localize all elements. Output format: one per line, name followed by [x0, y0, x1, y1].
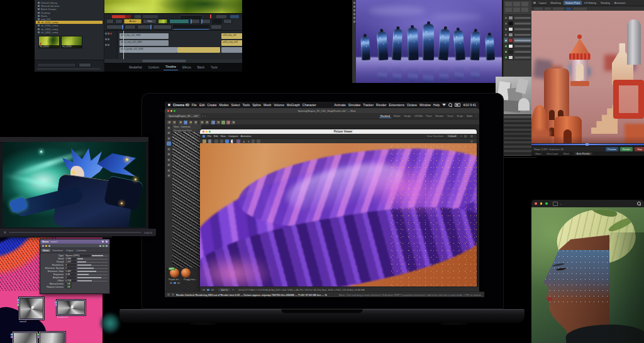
home-icon[interactable] [45, 245, 47, 247]
value-field[interactable] [212, 19, 222, 24]
compare-a-button[interactable]: A [242, 140, 247, 143]
tool-button[interactable] [125, 24, 136, 30]
compare-split-icon[interactable] [252, 139, 255, 143]
media-filter-button[interactable] [79, 63, 91, 67]
tool-button[interactable] [106, 19, 114, 24]
tool-button[interactable] [137, 24, 152, 30]
view-transform-dropdown[interactable]: Default [447, 134, 458, 138]
adjustment-button[interactable] [513, 8, 520, 12]
page-dot-active[interactable] [174, 282, 176, 284]
flame-tab[interactable]: Effects [180, 65, 193, 70]
material-thumbnail[interactable] [181, 268, 191, 278]
live-selection-icon[interactable] [167, 126, 171, 130]
pv-menu[interactable]: Animation [241, 134, 252, 138]
param-tab[interactable]: Transform [51, 249, 64, 252]
close-button[interactable] [167, 110, 169, 112]
wifi-icon[interactable] [442, 104, 446, 106]
timeline-clip[interactable] [177, 47, 220, 53]
zoom-100-icon[interactable] [225, 139, 229, 143]
menu-item[interactable]: Render [376, 103, 386, 107]
chevron-down-icon[interactable]: ▾ [460, 134, 462, 138]
zoom-button[interactable] [174, 110, 175, 112]
move-tool-icon[interactable] [353, 2, 355, 4]
pv-menu[interactable]: Compare [228, 134, 238, 138]
apple-menu-icon[interactable] [168, 104, 170, 107]
menu-item[interactable]: Animate [334, 103, 345, 107]
td-node[interactable] [39, 332, 65, 343]
search-icon[interactable] [637, 202, 641, 205]
mograph-icon[interactable] [221, 121, 225, 124]
media-thumbnail[interactable]: sh_0100 [38, 36, 60, 48]
workspace-tab[interactable]: Modeling [549, 1, 562, 5]
eye-icon[interactable] [505, 17, 507, 19]
transport-button[interactable] [216, 15, 226, 18]
td-dialog-titlebar[interactable]: Noise noise1 [40, 239, 109, 244]
eye-icon[interactable] [505, 28, 507, 30]
view-dropdown[interactable] [573, 8, 587, 10]
polygons-mode-icon[interactable] [167, 173, 171, 178]
menu-item[interactable]: File [192, 103, 197, 107]
workspace-tab[interactable]: Animation [613, 1, 627, 5]
layout-tab[interactable]: Track [446, 114, 454, 117]
layer-row[interactable] [504, 15, 532, 21]
record-progress-bar[interactable] [112, 15, 131, 18]
menu-item[interactable]: MoGraph [287, 103, 300, 107]
crop-tool-icon[interactable] [353, 17, 355, 19]
close-button[interactable] [203, 131, 204, 133]
transport-button[interactable] [135, 15, 141, 18]
media-search-field[interactable] [37, 63, 76, 67]
info-icon[interactable] [48, 245, 50, 247]
pin-icon[interactable] [102, 241, 104, 242]
redo-icon[interactable] [172, 121, 176, 124]
param-tab[interactable]: Common [75, 249, 87, 252]
menu-item[interactable]: Tracker [363, 103, 374, 107]
apply-button[interactable] [211, 24, 222, 30]
timeline-clip[interactable] [221, 47, 242, 53]
preview-button[interactable]: Preview [606, 147, 618, 151]
adjustment-button[interactable] [505, 8, 512, 12]
lasso-selection-icon[interactable] [167, 136, 171, 141]
render-settings-icon[interactable] [205, 121, 209, 124]
page-dot[interactable] [170, 282, 172, 284]
menu-item[interactable]: Volume [274, 103, 284, 107]
move-icon[interactable] [167, 141, 171, 146]
tool-button[interactable] [223, 19, 232, 24]
snap-dropdown[interactable] [545, 8, 551, 10]
minimize-button[interactable] [206, 131, 208, 133]
layer-row[interactable] [504, 49, 532, 55]
page-dot[interactable] [211, 289, 214, 291]
language-icon[interactable] [99, 245, 101, 247]
menu-item[interactable]: Octane [407, 103, 417, 107]
contrast-icon[interactable] [231, 139, 235, 143]
expand-icon[interactable] [103, 245, 104, 247]
timeline-clip[interactable]: s010_grade_v01_0080 [119, 47, 177, 53]
panel-toggle-icon[interactable] [470, 135, 473, 138]
menu-item[interactable]: Modes [219, 103, 229, 107]
zoom-tool-icon[interactable] [353, 21, 355, 23]
footer-pill[interactable]: Auto Render [574, 152, 592, 155]
material-name[interactable]: Rapid shi… [169, 278, 181, 281]
brush-tool-icon[interactable] [353, 9, 355, 11]
layer-row[interactable] [504, 55, 532, 60]
menu-item[interactable]: Character [303, 103, 316, 107]
layout-tab[interactable]: Paint [425, 114, 433, 117]
undo-icon[interactable] [167, 121, 171, 124]
rectangle-selection-icon[interactable] [167, 131, 171, 135]
flame-tab[interactable]: Conform [147, 65, 161, 70]
mode-dropdown[interactable] [106, 24, 123, 30]
layer-row-selected[interactable] [504, 38, 532, 43]
page-dot-active[interactable] [207, 289, 209, 291]
menu-item[interactable]: Select [231, 103, 240, 107]
rotate-tool-icon[interactable] [194, 121, 197, 124]
open-folder-icon[interactable] [203, 139, 206, 143]
name-field[interactable] [173, 24, 209, 30]
pv-titlebar[interactable]: Picture Viewer [200, 129, 477, 134]
zoom-stepper[interactable]: ⇕ [232, 288, 234, 291]
close-button[interactable] [535, 202, 537, 205]
spin-control[interactable] [201, 19, 211, 24]
media-tree-item[interactable]: sh_0400_comp [36, 31, 103, 34]
scale-tool-icon[interactable] [189, 121, 192, 124]
lasso-tool-icon[interactable] [353, 6, 355, 8]
deformer-icon[interactable] [226, 121, 230, 124]
layer-row[interactable] [504, 26, 532, 32]
